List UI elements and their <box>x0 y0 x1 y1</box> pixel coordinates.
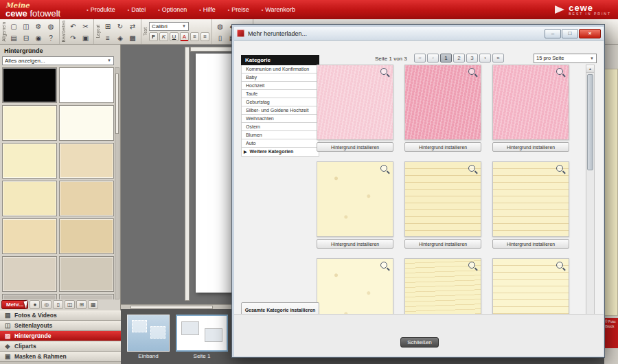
background-swatch[interactable] <box>59 218 114 254</box>
category-item[interactable]: Taufe <box>241 90 319 98</box>
new-project-icon[interactable]: ▢ <box>8 21 20 32</box>
redo-icon[interactable]: ↷ <box>67 32 79 43</box>
font-select[interactable]: Calibri ▼ <box>149 22 189 31</box>
layout-one-photo-icon[interactable]: ▯ <box>53 300 63 309</box>
install-background-button[interactable]: Hintergrund installieren <box>404 142 481 152</box>
settings-icon[interactable]: ⚙ <box>33 21 45 32</box>
background-swatch[interactable] <box>2 67 57 103</box>
layout-grid-icon[interactable]: ⊞ <box>76 300 87 309</box>
next-page-button[interactable]: › <box>479 54 491 62</box>
install-background-button[interactable]: Hintergrund installieren <box>317 239 393 249</box>
magnifier-icon[interactable] <box>468 68 478 78</box>
magnifier-icon[interactable] <box>380 165 390 174</box>
cut-icon[interactable]: ✂ <box>80 21 91 32</box>
background-preview[interactable] <box>492 65 569 140</box>
page-number-button[interactable]: 2 <box>453 54 465 62</box>
font-color-button[interactable]: A <box>180 32 189 41</box>
align-center-icon[interactable]: ≡ <box>201 32 209 41</box>
menu-item-datei[interactable]: ▪Datei <box>128 6 146 13</box>
menu-item-produkte[interactable]: ▪Produkte <box>87 6 115 13</box>
dialog-scrollbar-thumb[interactable] <box>587 74 593 170</box>
sidebar-item-cliparts[interactable]: ◆Cliparts <box>0 341 121 352</box>
minimize-button[interactable]: – <box>545 29 561 38</box>
first-page-button[interactable]: « <box>414 54 426 62</box>
page-number-button[interactable]: 1 <box>440 54 452 62</box>
category-item[interactable]: Silber- und Goldene Hochzeit <box>241 106 319 115</box>
menu-item-hilfe[interactable]: ▪Hilfe <box>199 6 216 13</box>
per-page-select[interactable]: 15 pro Seite ▼ <box>534 54 597 63</box>
order-icon[interactable]: ◍ <box>45 21 57 32</box>
install-background-button[interactable]: Hintergrund installieren <box>492 142 569 152</box>
favorites-icon[interactable]: ● <box>30 300 40 309</box>
undo-icon[interactable]: ↶ <box>67 21 79 32</box>
grid-icon[interactable]: ⊞ <box>102 21 114 32</box>
magnifier-icon[interactable] <box>556 165 566 174</box>
sidebar-item-masken-rahmen[interactable]: ▣Masken & Rahmen <box>0 352 121 362</box>
copy-icon[interactable]: ▣ <box>80 32 91 43</box>
print-icon[interactable]: ⊟ <box>21 32 32 43</box>
background-swatch[interactable] <box>2 256 57 292</box>
magnifier-icon[interactable] <box>468 262 478 271</box>
background-swatch[interactable] <box>2 218 57 254</box>
category-item[interactable]: Baby <box>241 73 319 82</box>
scroll-up-icon[interactable]: ▲ <box>586 65 594 73</box>
bold-button[interactable]: F <box>149 32 158 41</box>
category-item[interactable]: Kommunion und Konfirmation <box>241 65 319 73</box>
open-project-icon[interactable]: ▤ <box>8 32 20 43</box>
background-preview[interactable] <box>492 161 569 237</box>
background-swatch[interactable] <box>59 181 114 216</box>
magnifier-icon[interactable] <box>556 68 566 78</box>
rotate-icon[interactable]: ↻ <box>115 21 126 32</box>
sidebar-item-hintergruende[interactable]: ▨Hintergründe <box>0 331 121 341</box>
category-item[interactable]: Hochzeit <box>241 82 319 90</box>
background-preview[interactable] <box>317 161 393 237</box>
cover-thumbnail[interactable] <box>127 315 170 352</box>
magnifier-icon[interactable] <box>380 262 390 271</box>
align-objects-icon[interactable]: ≡ <box>102 32 114 43</box>
last-page-button[interactable]: » <box>492 54 504 62</box>
panel-scrollbar[interactable] <box>115 67 119 299</box>
install-background-button[interactable]: Hintergrund installieren <box>404 239 481 249</box>
category-item[interactable]: Blumen <box>241 131 319 139</box>
background-preview[interactable] <box>317 65 393 140</box>
more-categories-item[interactable]: ▶ Weitere Kategorien <box>241 148 319 157</box>
panel-scrollbar-thumb[interactable] <box>115 73 119 134</box>
magnifier-icon[interactable] <box>556 262 566 271</box>
category-item[interactable]: Auto <box>241 139 319 148</box>
background-swatch[interactable] <box>59 256 114 292</box>
preview-icon[interactable]: ◉ <box>33 32 45 43</box>
own-backgrounds-icon[interactable]: ◎ <box>41 300 52 309</box>
help-icon[interactable]: ? <box>45 32 57 43</box>
menu-item-preise[interactable]: ▪Preise <box>228 6 249 13</box>
background-filter-select[interactable]: Alles anzeigen... ▼ <box>2 56 114 65</box>
menu-item-optionen[interactable]: ▪Optionen <box>158 6 187 13</box>
save-icon[interactable]: ◫ <box>21 21 32 32</box>
page-number-button[interactable]: 3 <box>466 54 478 62</box>
dialog-titlebar[interactable]: Mehr herunterladen... – □ × <box>234 27 604 41</box>
prev-page-button[interactable]: ‹ <box>427 54 439 62</box>
background-swatch[interactable] <box>59 143 114 179</box>
magnifier-icon[interactable] <box>468 165 478 174</box>
category-item[interactable]: Geburtstag <box>241 98 319 106</box>
background-preview[interactable] <box>404 161 481 237</box>
align-left-icon[interactable]: ≡ <box>190 32 199 41</box>
layers-icon[interactable]: ◈ <box>115 32 126 43</box>
install-background-button[interactable]: Hintergrund installieren <box>317 142 393 152</box>
background-swatch[interactable] <box>59 105 114 141</box>
underline-button[interactable]: U <box>170 32 179 41</box>
dialog-scrollbar[interactable]: ▲ ▼ <box>586 65 595 330</box>
category-item[interactable]: Ostern <box>241 123 319 131</box>
background-swatch[interactable] <box>2 181 57 216</box>
page1-thumbnail[interactable] <box>176 315 228 352</box>
layout-mixed-icon[interactable]: ▦ <box>88 300 98 309</box>
menu-item-warenkorb[interactable]: ▪Warenkorb <box>262 6 295 13</box>
text-box-icon[interactable]: ▯ <box>214 32 226 43</box>
close-window-button[interactable]: × <box>579 29 601 38</box>
sidebar-item-fotos-videos[interactable]: ▤Fotos & Videos <box>0 310 121 321</box>
flip-icon[interactable]: ⇄ <box>127 21 139 32</box>
background-swatch[interactable] <box>2 143 57 179</box>
close-dialog-button[interactable]: Schließen <box>400 337 439 348</box>
background-swatch[interactable] <box>2 294 57 299</box>
maximize-button[interactable]: □ <box>562 29 578 38</box>
install-background-button[interactable]: Hintergrund installieren <box>492 239 569 249</box>
